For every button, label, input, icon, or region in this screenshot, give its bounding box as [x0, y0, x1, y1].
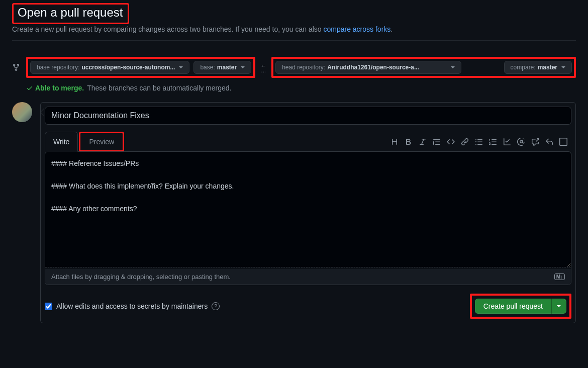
compare-icon — [12, 63, 22, 71]
bold-icon[interactable] — [405, 138, 413, 146]
pr-title-input[interactable] — [45, 107, 571, 125]
quote-icon[interactable] — [433, 138, 441, 146]
subtitle-text: Create a new pull request by comparing c… — [12, 25, 323, 33]
check-icon — [26, 84, 33, 91]
arrow-left-icon: ←… — [259, 62, 267, 72]
compare-branch-selector[interactable]: compare: master — [504, 61, 572, 74]
allow-edits-checkbox[interactable] — [45, 303, 52, 310]
info-icon[interactable]: ? — [212, 302, 220, 310]
link-icon[interactable] — [461, 138, 469, 146]
base-branch-selector[interactable]: base: master — [193, 61, 251, 74]
heading-icon[interactable] — [390, 138, 399, 146]
task-list-icon[interactable] — [503, 138, 511, 146]
base-repo-value: uccross/open-source-autonom... — [81, 64, 175, 71]
attach-hint[interactable]: Attach files by dragging & dropping, sel… — [51, 273, 231, 281]
tab-write[interactable]: Write — [45, 132, 78, 152]
number-list-icon[interactable] — [489, 138, 497, 146]
create-pr-button[interactable]: Create pull request — [475, 299, 551, 314]
caret-down-icon — [561, 66, 565, 68]
allow-edits-row[interactable]: Allow edits and access to secrets by mai… — [45, 302, 220, 310]
reply-icon[interactable] — [545, 138, 553, 146]
create-pr-dropdown[interactable] — [551, 299, 566, 314]
caret-down-icon — [241, 66, 245, 68]
cross-reference-icon[interactable] — [531, 138, 539, 146]
bullet-list-icon[interactable] — [475, 138, 483, 146]
compare-branch-label: compare: — [511, 64, 536, 71]
base-branch-value: master — [217, 64, 237, 71]
base-repo-selector[interactable]: base repository: uccross/open-source-aut… — [30, 61, 189, 74]
pr-body-textarea[interactable] — [45, 152, 571, 267]
compare-branch-value: master — [538, 64, 557, 71]
diff-icon[interactable] — [559, 138, 567, 146]
branch-compare-box: base repository: uccross/open-source-aut… — [12, 49, 576, 92]
base-branch-label: base: — [200, 64, 215, 71]
markdown-toolbar — [390, 138, 571, 146]
tab-preview[interactable]: Preview — [80, 133, 123, 150]
base-repo-label: base repository: — [37, 64, 79, 71]
subtitle-suffix: . — [390, 25, 393, 33]
code-icon[interactable] — [447, 138, 455, 146]
merge-detail-text: These branches can be automatically merg… — [87, 84, 231, 92]
user-avatar[interactable] — [12, 102, 32, 122]
italic-icon[interactable] — [419, 138, 427, 146]
compare-forks-link[interactable]: compare across forks — [323, 25, 390, 33]
allow-edits-label: Allow edits and access to secrets by mai… — [56, 302, 208, 310]
head-repo-selector[interactable]: head repository: Aniruddha1261/open-sour… — [275, 61, 461, 74]
caret-down-icon — [451, 66, 455, 68]
page-subtitle: Create a new pull request by comparing c… — [12, 25, 576, 41]
page-title: Open a pull request — [15, 5, 126, 23]
merge-status: Able to merge. These branches can be aut… — [12, 84, 576, 92]
caret-down-icon — [557, 305, 561, 307]
markdown-help-icon[interactable]: M↓ — [554, 273, 565, 280]
head-repo-value: Aniruddha1261/open-source-a... — [327, 64, 419, 71]
merge-able-text: Able to merge. — [35, 84, 84, 92]
caret-down-icon — [179, 66, 183, 68]
mention-icon[interactable] — [517, 138, 525, 146]
head-repo-label: head repository: — [282, 64, 325, 71]
